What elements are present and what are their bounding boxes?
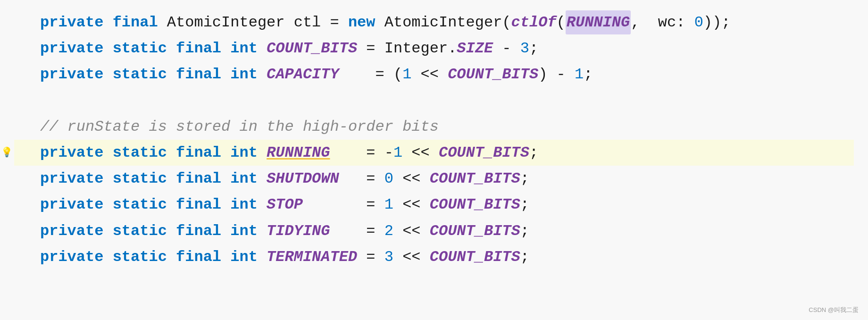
keyword-int7: int xyxy=(230,167,258,191)
code-line-running: 💡 private static final int RUNNING = - 1… xyxy=(14,140,854,166)
keyword-private8: private xyxy=(40,193,103,217)
keyword-static8: static xyxy=(113,193,167,217)
keyword-private6: private xyxy=(40,141,103,165)
code-line-stop: private static final int STOP = 1 << COU… xyxy=(14,192,854,218)
keyword-final10: final xyxy=(176,245,221,269)
const-RUNNING: RUNNING xyxy=(267,141,330,165)
const-COUNT_BITS-terminated: COUNT_BITS xyxy=(430,245,520,269)
keyword-static3: static xyxy=(113,62,167,86)
number-1c: 1 xyxy=(384,193,393,217)
keyword-private2: private xyxy=(40,36,103,60)
keyword-static9: static xyxy=(113,219,167,243)
const-COUNT_BITS-ref: COUNT_BITS xyxy=(448,62,538,86)
const-COUNT_BITS-tidying: COUNT_BITS xyxy=(430,219,520,243)
code-line-2: private static final int COUNT_BITS = In… xyxy=(14,35,854,61)
keyword-private: private xyxy=(40,10,103,34)
keyword-private3: private xyxy=(40,62,103,86)
number-2: 2 xyxy=(384,219,393,243)
keyword-static: static xyxy=(113,36,167,60)
keyword-private7: private xyxy=(40,167,103,191)
code-line-3: private static final int CAPACITY = ( 1 … xyxy=(14,61,854,87)
code-line-1: private final AtomicInteger ctl = new At… xyxy=(14,9,854,35)
keyword-final7: final xyxy=(176,167,221,191)
number-3: 3 xyxy=(384,245,393,269)
code-line-tidying: private static final int TIDYING = 2 << … xyxy=(14,218,854,244)
keyword-private9: private xyxy=(40,219,103,243)
code-line-terminated: private static final int TERMINATED = 3 … xyxy=(14,244,854,270)
keyword-static10: static xyxy=(113,245,167,269)
code-editor: private final AtomicInteger ctl = new At… xyxy=(14,9,854,270)
keyword-int6: int xyxy=(230,141,258,165)
watermark: CSDN @叫我二蛋 xyxy=(809,305,859,315)
keyword-int10: int xyxy=(230,245,258,269)
number-0b: 0 xyxy=(384,167,393,191)
keyword-final6: final xyxy=(176,141,221,165)
keyword-final: final xyxy=(113,10,158,34)
const-CAPACITY: CAPACITY xyxy=(267,62,339,86)
const-TIDYING: TIDYING xyxy=(267,219,330,243)
const-COUNT_BITS: COUNT_BITS xyxy=(267,36,357,60)
const-RUNNING-highlighted: RUNNING xyxy=(566,10,631,34)
keyword-new: new xyxy=(348,10,376,34)
param-wc: wc: xyxy=(658,10,694,34)
const-SHUTDOWN: SHUTDOWN xyxy=(267,167,339,191)
keyword-static7: static xyxy=(113,167,167,191)
const-COUNT_BITS-stop: COUNT_BITS xyxy=(430,193,520,217)
keyword-final2: final xyxy=(176,36,221,60)
keyword-int: int xyxy=(230,36,258,60)
code-line-shutdown: private static final int SHUTDOWN = 0 <<… xyxy=(14,166,854,192)
const-COUNT_BITS-running: COUNT_BITS xyxy=(439,141,529,165)
const-STOP: STOP xyxy=(267,193,303,217)
method-ctlOf: ctlOf xyxy=(511,10,557,34)
const-TERMINATED: TERMINATED xyxy=(267,245,357,269)
code-line-comment: // runState is stored in the high-order … xyxy=(14,114,854,140)
number-3: 3 xyxy=(520,36,529,60)
comment-runState: // runState is stored in the high-order … xyxy=(40,115,439,139)
keyword-static6: static xyxy=(113,141,167,165)
number-0: 0 xyxy=(694,10,703,34)
number-1b: 1 xyxy=(575,62,584,86)
keyword-final3: final xyxy=(176,62,221,86)
keyword-final8: final xyxy=(176,193,221,217)
const-COUNT_BITS-shutdown: COUNT_BITS xyxy=(430,167,520,191)
code-line-blank xyxy=(14,88,854,114)
bulb-icon: 💡 xyxy=(1,145,13,160)
number-neg1: 1 xyxy=(393,141,402,165)
keyword-private10: private xyxy=(40,245,103,269)
keyword-final9: final xyxy=(176,219,221,243)
keyword-int3: int xyxy=(230,62,258,86)
keyword-int9: int xyxy=(230,219,258,243)
field-SIZE: SIZE xyxy=(457,36,493,60)
keyword-int8: int xyxy=(230,193,258,217)
number-1: 1 xyxy=(402,62,411,86)
